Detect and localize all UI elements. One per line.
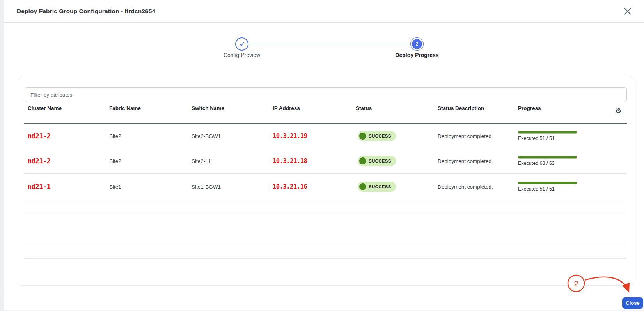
col-header-progress[interactable]: Progress [518,105,541,111]
status-dot-icon [359,157,366,164]
status-cell: SUCCESS [358,131,396,141]
fabric-name-cell: Site1 [109,184,121,190]
progress-bar [518,182,577,184]
col-header-status-description[interactable]: Status Description [438,105,484,111]
step-2-label: Deploy Progress [370,52,464,58]
progress-bar [518,156,577,158]
cluster-name-cell: nd21-1 [28,183,50,191]
col-header-ip-address[interactable]: IP Address [273,105,300,111]
progress-cell: Executed 51 / 51 [518,182,577,192]
empty-row-divider [24,229,627,229]
check-icon [238,41,245,48]
status-badge: SUCCESS [358,131,396,141]
step-1-config-preview-circle[interactable] [235,37,248,51]
progress-label: Executed 51 / 51 [518,135,577,141]
gear-icon[interactable]: ⚙ [614,106,623,115]
cluster-name-cell: nd21-2 [28,157,50,165]
col-header-status[interactable]: Status [356,105,372,111]
status-description-cell: Deployment completed. [438,158,493,164]
dialog-footer: Close [4,292,644,310]
table-header-row: Cluster Name Fabric Name Switch Name IP … [4,102,644,123]
progress-label: Executed 51 / 51 [518,186,577,192]
status-badge-label: SUCCESS [369,134,391,138]
switch-name-cell: Site2-L1 [192,158,211,164]
status-description-cell: Deployment completed. [438,133,493,139]
empty-row-divider [24,214,627,214]
status-cell: SUCCESS [358,182,396,192]
fabric-name-cell: Site2 [109,133,121,139]
status-dot-icon [359,183,366,190]
progress-label: Executed 63 / 63 [518,160,577,166]
progress-cell: Executed 51 / 51 [518,131,577,141]
cluster-name-cell: nd21-2 [28,132,50,140]
status-cell: SUCCESS [358,156,396,166]
ip-address-cell: 10.3.21.18 [273,157,307,164]
empty-row-divider [24,258,627,259]
fabric-name-cell: Site2 [109,158,121,164]
table-row[interactable]: nd21-2 Site2 Site2-L1 10.3.21.18 SUCCESS… [24,148,627,174]
empty-row-divider [24,244,627,244]
switch-name-cell: Site1-BGW1 [192,184,221,190]
step-2-number: 2 [412,39,422,49]
status-badge-label: SUCCESS [369,184,391,189]
status-description-cell: Deployment completed. [438,184,493,190]
step-1-label: Config Preview [195,52,289,58]
step-2-deploy-progress-circle[interactable]: 2 [410,37,424,51]
close-button[interactable]: Close [622,297,643,309]
dialog-title: Deploy Fabric Group Configuration - ltrd… [17,0,155,22]
deploy-config-dialog: Deploy Fabric Group Configuration - ltrd… [4,0,644,310]
ip-address-cell: 10.3.21.16 [273,183,307,190]
ip-address-cell: 10.3.21.19 [273,133,307,140]
progress-cell: Executed 63 / 63 [518,156,577,166]
filter-input[interactable] [25,87,627,102]
status-dot-icon [359,133,366,140]
col-header-cluster-name[interactable]: Cluster Name [28,105,62,111]
col-header-switch-name[interactable]: Switch Name [192,105,224,111]
dialog-header: Deploy Fabric Group Configuration - ltrd… [4,0,644,23]
stepper-connector [249,44,410,44]
status-badge: SUCCESS [358,182,396,192]
table-row[interactable]: nd21-2 Site2 Site2-BGW1 10.3.21.19 SUCCE… [24,124,627,148]
table-row[interactable]: nd21-1 Site1 Site1-BGW1 10.3.21.16 SUCCE… [24,174,627,200]
progress-bar [518,131,577,133]
status-badge: SUCCESS [358,156,396,166]
col-header-fabric-name[interactable]: Fabric Name [109,105,141,111]
x-icon [623,7,632,16]
switch-name-cell: Site2-BGW1 [192,133,221,139]
close-icon[interactable] [623,7,632,16]
empty-row-divider [24,273,627,273]
status-badge-label: SUCCESS [369,159,391,163]
